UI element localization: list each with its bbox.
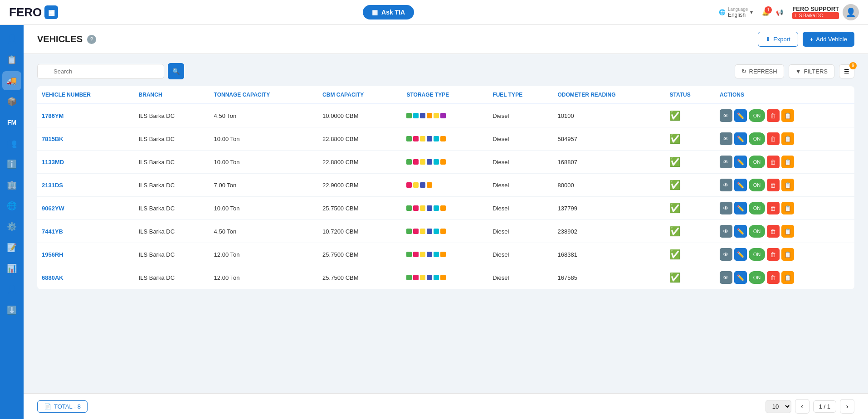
vehicle-number-cell: 7441YB	[37, 220, 134, 243]
sidebar-item-network[interactable]: 🌐	[2, 196, 21, 215]
cbm-cell: 25.7500 CBM	[318, 266, 402, 289]
table-footer: 📄 TOTAL - 8 10 25 50 ‹ 1 / 1 ›	[24, 393, 868, 419]
filters-button[interactable]: ▼ FILTERS	[789, 64, 834, 78]
fuel-type-cell: Diesel	[488, 127, 553, 151]
actions-cell: 👁 ✏️ ON 🗑 📋	[715, 243, 854, 266]
refresh-icon: ↻	[741, 68, 746, 75]
vehicle-number-cell: 1786YM	[37, 104, 134, 127]
status-cell: ✅	[665, 197, 715, 220]
extra-action-button[interactable]: 📋	[781, 156, 794, 168]
top-header: FERO ▦ ▦ Ask TIA 🌐 Language English ▾ 🔔 …	[0, 0, 868, 25]
branch-cell: ILS Barka DC	[134, 174, 210, 197]
vehicle-number-cell: 7815BK	[37, 127, 134, 151]
delete-button[interactable]: 🗑	[767, 132, 780, 145]
delete-button[interactable]: 🗑	[767, 248, 780, 261]
columns-button[interactable]: ☰ 9	[839, 64, 854, 78]
toggle-button[interactable]: ON	[749, 271, 765, 284]
extra-action-button[interactable]: 📋	[781, 271, 794, 284]
toggle-button[interactable]: ON	[749, 132, 765, 145]
ask-tia-button[interactable]: ▦ Ask TIA	[363, 5, 414, 19]
toggle-button[interactable]: ON	[749, 156, 765, 168]
delete-button[interactable]: 🗑	[767, 179, 780, 191]
edit-button[interactable]: ✏️	[734, 202, 747, 214]
odometer-cell: 168807	[553, 151, 665, 174]
edit-button[interactable]: ✏️	[734, 271, 747, 284]
delete-button[interactable]: 🗑	[767, 109, 780, 122]
extra-action-button[interactable]: 📋	[781, 109, 794, 122]
color-dot	[427, 113, 432, 118]
table-row: 7815BK ILS Barka DC 10.00 Ton 22.8800 CB…	[37, 127, 854, 151]
branch-cell: ILS Barka DC	[134, 197, 210, 220]
export-button[interactable]: ⬇ Export	[758, 32, 798, 47]
delete-button[interactable]: 🗑	[767, 156, 780, 168]
sidebar-item-users[interactable]: 👤	[2, 280, 21, 299]
megaphone-icon[interactable]: 📢	[776, 9, 783, 16]
sidebar-item-download[interactable]: ⬇️	[2, 301, 21, 320]
color-dot	[413, 159, 419, 165]
per-page-select[interactable]: 10 25 50	[766, 400, 791, 413]
sidebar-item-settings[interactable]: ⚙️	[2, 217, 21, 236]
actions-cell: 👁 ✏️ ON 🗑 📋	[715, 197, 854, 220]
view-button[interactable]: 👁	[720, 179, 732, 191]
prev-page-button[interactable]: ‹	[795, 399, 809, 414]
help-icon[interactable]: ?	[87, 35, 96, 44]
table-area: 🔍 🔍 ↻ REFRESH ▼ FILTERS	[24, 54, 868, 393]
search-button[interactable]: 🔍	[168, 63, 184, 79]
ask-tia-icon: ▦	[372, 9, 378, 16]
vehicle-number-cell: 9062YW	[37, 197, 134, 220]
sidebar-item-info[interactable]: ℹ️	[2, 155, 21, 174]
table-row: 2131DS ILS Barka DC 7.00 Ton 22.9000 CBM…	[37, 174, 854, 197]
sidebar-item-company[interactable]: 🏢	[2, 175, 21, 195]
extra-action-button[interactable]: 📋	[781, 248, 794, 261]
sidebar-item-orders[interactable]: 📋	[2, 50, 21, 69]
sidebar-item-vehicles[interactable]: 🚚	[2, 71, 21, 90]
delete-button[interactable]: 🗑	[767, 202, 780, 214]
fuel-type-cell: Diesel	[488, 151, 553, 174]
view-button[interactable]: 👁	[720, 132, 732, 145]
delete-button[interactable]: 🗑	[767, 225, 780, 238]
view-button[interactable]: 👁	[720, 225, 732, 238]
col-cbm: CBM CAPACITY	[318, 86, 402, 104]
language-selector[interactable]: 🌐 Language English ▾	[719, 7, 753, 18]
edit-button[interactable]: ✏️	[734, 179, 747, 191]
add-vehicle-button[interactable]: + Add Vehicle	[803, 32, 854, 47]
view-button[interactable]: 👁	[720, 248, 732, 261]
toggle-button[interactable]: ON	[749, 109, 765, 122]
sidebar-item-dashboard[interactable]: 👤	[2, 29, 21, 49]
sidebar-item-reports[interactable]: 📝	[2, 238, 21, 257]
edit-button[interactable]: ✏️	[734, 225, 747, 238]
view-button[interactable]: 👁	[720, 156, 732, 168]
view-button[interactable]: 👁	[720, 109, 732, 122]
avatar[interactable]: 👤	[843, 4, 859, 20]
cbm-cell: 22.9000 CBM	[318, 174, 402, 197]
edit-button[interactable]: ✏️	[734, 248, 747, 261]
sidebar-item-fm[interactable]: FM	[2, 113, 21, 132]
extra-action-button[interactable]: 📋	[781, 179, 794, 191]
storage-type-cell	[402, 127, 488, 151]
toggle-button[interactable]: ON	[749, 202, 765, 214]
search-input[interactable]	[37, 64, 164, 79]
view-button[interactable]: 👁	[720, 202, 732, 214]
color-dot	[420, 205, 425, 211]
edit-button[interactable]: ✏️	[734, 156, 747, 168]
extra-action-button[interactable]: 📋	[781, 202, 794, 214]
edit-button[interactable]: ✏️	[734, 132, 747, 145]
refresh-button[interactable]: ↻ REFRESH	[735, 64, 784, 78]
sidebar-item-inventory[interactable]: 📦	[2, 92, 21, 111]
branch-cell: ILS Barka DC	[134, 151, 210, 174]
toggle-button[interactable]: ON	[749, 179, 765, 191]
delete-button[interactable]: 🗑	[767, 271, 780, 284]
notifications-icon[interactable]: 🔔 1	[762, 9, 769, 16]
fuel-type-cell: Diesel	[488, 197, 553, 220]
storage-type-cell	[402, 266, 488, 289]
sidebar-item-drivers[interactable]: 👥	[2, 134, 21, 153]
edit-button[interactable]: ✏️	[734, 109, 747, 122]
toggle-button[interactable]: ON	[749, 248, 765, 261]
extra-action-button[interactable]: 📋	[781, 225, 794, 238]
color-dot	[406, 136, 412, 141]
toggle-button[interactable]: ON	[749, 225, 765, 238]
next-page-button[interactable]: ›	[840, 399, 854, 414]
extra-action-button[interactable]: 📋	[781, 132, 794, 145]
view-button[interactable]: 👁	[720, 271, 732, 284]
sidebar-item-analytics[interactable]: 📊	[2, 259, 21, 278]
